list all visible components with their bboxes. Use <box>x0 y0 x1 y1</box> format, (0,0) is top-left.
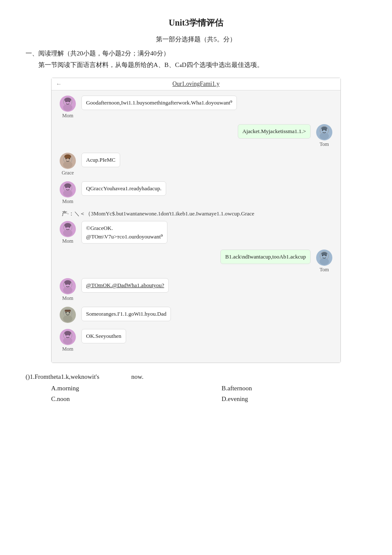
avatar-tom1 <box>316 124 332 140</box>
avatar-mom-wrap5: Mom <box>58 329 78 352</box>
option-C[interactable]: C.noon <box>26 395 196 403</box>
bubble-mom5: OK.Seeyouthen <box>81 329 126 343</box>
mom-label: Mom <box>62 113 73 119</box>
chat-row-tom2: Tom B1.ack\ndIwantacup,tooAb1.ackcup <box>58 250 334 273</box>
chat-row-grace1: Grace Acup.PIeMC <box>58 153 334 176</box>
avatar-mom <box>60 96 76 112</box>
chat-row-mom4: Mom @TOmOK.@DadWha1.aboutyou? <box>58 278 334 302</box>
svg-point-37 <box>66 312 67 314</box>
svg-rect-39 <box>65 310 71 312</box>
svg-point-41 <box>63 337 72 344</box>
svg-point-19 <box>64 183 71 188</box>
avatar-grace <box>60 153 76 169</box>
svg-point-31 <box>63 287 72 293</box>
chat-row-mom2: Mom QGraccYouhavea1.readyhadacup. <box>58 181 334 205</box>
svg-point-26 <box>320 258 329 265</box>
svg-point-34 <box>64 280 71 285</box>
svg-point-16 <box>63 190 72 197</box>
avatar-mom-wrap2: Mom <box>58 181 78 205</box>
avatar-mom-wrap4: Mom <box>58 278 78 302</box>
svg-point-14 <box>64 154 71 159</box>
bubble-mom4: @TOmOK.@DadWha1.aboutyou? <box>81 278 169 293</box>
avatar-mom3 <box>60 221 76 237</box>
chat-window: ← Our1.ovingFami1.y Mom Goodafter <box>51 78 341 363</box>
section1-title: 第一部分选择题（共5。分） <box>26 35 366 44</box>
question-1-stem: ()1.Fromtheta1.k,weknowit's now. <box>26 373 366 381</box>
chat-title: Our1.ovingFami1.y <box>173 81 219 87</box>
bubble-mom3: ©GraceOK.@TOm\V7u>тco1.ourdoyouwant⁹ <box>81 221 167 244</box>
page-title: Unit3学情评估 <box>26 17 366 29</box>
chat-row-mom1: Mom Goodafternoon,Iwi1.1.buysomethingaft… <box>58 96 334 119</box>
option-D[interactable]: D.evening <box>196 395 366 403</box>
avatar-mom2 <box>60 181 76 198</box>
option-A[interactable]: A.morning <box>26 385 196 392</box>
svg-point-11 <box>63 161 72 168</box>
bubble-tom2: B1.ack\ndIwantacup,tooAb1.ackcup <box>220 250 311 264</box>
mom-label5: Mom <box>62 346 73 352</box>
svg-point-9 <box>321 127 327 130</box>
svg-point-24 <box>64 223 71 227</box>
chat-standalone-text: 产·：＼＜（3MomYc$.but1wantanewone.1don't1.ik… <box>62 210 334 218</box>
mom-label3: Mom <box>62 238 73 244</box>
avatar-dad <box>60 307 76 323</box>
options-row-2: C.noon D.evening <box>26 395 366 403</box>
chat-back-button[interactable]: ← <box>56 81 62 87</box>
chat-header: ← Our1.ovingFami1.y <box>52 78 340 90</box>
avatar-dad-wrap <box>58 307 78 324</box>
tom-label2: Tom <box>320 267 329 273</box>
chat-body: Mom Goodafternoon,Iwi1.1.buysomethingaft… <box>52 90 340 363</box>
avatar-grace-wrap: Grace <box>58 153 78 176</box>
svg-point-36 <box>63 315 72 322</box>
avatar-tom-wrap2: Tom <box>314 250 334 273</box>
bubble-mom2: QGraccYouhavea1.readyhadacup. <box>81 181 166 196</box>
part1-title: 一、阅读理解（共20小题，每小题2分；满分40分） <box>26 49 366 58</box>
avatar-mom4 <box>60 278 76 294</box>
mom-label4: Mom <box>62 295 73 302</box>
avatar-mom5 <box>60 329 76 345</box>
options-row-1: A.morning B.afternoon <box>26 385 366 392</box>
chat-row-mom3: Mom ©GraceOK.@TOm\V7u>тco1.ourdoyouwant⁹ <box>58 221 334 244</box>
svg-point-6 <box>320 133 329 139</box>
grace-label: Grace <box>62 170 74 176</box>
question-block-1: ()1.Fromtheta1.k,weknowit's now. A.morni… <box>26 373 366 403</box>
avatar-mom-wrap: Mom <box>58 96 78 119</box>
bubble-grace1: Acup.PIeMC <box>81 153 120 167</box>
avatar-tom-wrap1: Tom <box>314 124 334 148</box>
tom-label1: Tom <box>320 141 329 148</box>
bubble-tom1: Ajacket.Myjacketissma1.1.> <box>238 124 311 139</box>
chat-row-dad: Someoranges.I'1.1.goWi1.hyou.Dad <box>58 307 334 324</box>
svg-point-1 <box>63 104 72 111</box>
svg-point-4 <box>64 98 71 102</box>
svg-point-21 <box>63 230 72 236</box>
avatar-tom2 <box>316 250 332 266</box>
option-B[interactable]: B.afternoon <box>196 385 366 392</box>
mom-label2: Mom <box>62 198 73 205</box>
bubble-dad: Someoranges.I'1.1.goWi1.hyou.Dad <box>81 307 171 321</box>
svg-point-38 <box>69 312 70 314</box>
bubble-mom1: Goodafternoon,Iwi1.1.buysomethingafterwo… <box>81 96 237 110</box>
chat-row-tom1: Tom Ajacket.Myjacketissma1.1.> <box>58 124 334 148</box>
instruction: 第一节阅读下面语言材料，从每题所给的A、B、C₄D四个选项中选出最佳选项。 <box>38 61 366 69</box>
avatar-mom-wrap3: Mom <box>58 221 78 244</box>
svg-point-29 <box>321 252 327 256</box>
svg-point-44 <box>64 331 71 335</box>
chat-row-mom5: Mom OK.Seeyouthen <box>58 329 334 352</box>
